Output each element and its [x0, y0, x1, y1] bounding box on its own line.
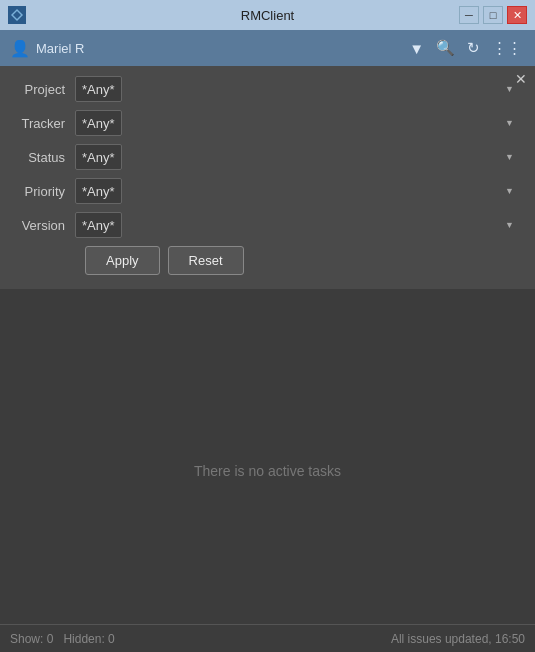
- tracker-select-wrapper: *Any*: [75, 110, 520, 136]
- filter-row-version: Version *Any*: [15, 212, 520, 238]
- status-select[interactable]: *Any*: [75, 144, 122, 170]
- filter-row-tracker: Tracker *Any*: [15, 110, 520, 136]
- status-bar: Show: 0 Hidden: 0 All issues updated, 16…: [0, 624, 535, 652]
- title-bar-left: [8, 6, 32, 24]
- app-icon: [8, 6, 26, 24]
- user-info: 👤 Mariel R: [10, 39, 84, 58]
- search-icon[interactable]: 🔍: [433, 37, 458, 59]
- version-select-wrapper: *Any*: [75, 212, 520, 238]
- username-label: Mariel R: [36, 41, 84, 56]
- header-actions: ▼ 🔍 ↻ ⋮⋮: [406, 37, 525, 59]
- title-bar: RMClient ─ □ ✕: [0, 0, 535, 30]
- filter-row-status: Status *Any*: [15, 144, 520, 170]
- reset-button[interactable]: Reset: [168, 246, 244, 275]
- status-updated: All issues updated, 16:50: [391, 632, 525, 646]
- filter-panel: ✕ Project *Any* Tracker *Any* Status *An…: [0, 66, 535, 289]
- project-label: Project: [15, 82, 75, 97]
- filter-buttons: Apply Reset: [15, 246, 520, 275]
- empty-message: There is no active tasks: [194, 463, 341, 479]
- header-bar: 👤 Mariel R ▼ 🔍 ↻ ⋮⋮: [0, 30, 535, 66]
- apply-button[interactable]: Apply: [85, 246, 160, 275]
- maximize-button[interactable]: □: [483, 6, 503, 24]
- status-hidden: Hidden: 0: [63, 632, 114, 646]
- priority-select-wrapper: *Any*: [75, 178, 520, 204]
- filter-icon[interactable]: ▼: [406, 38, 427, 59]
- status-label: Status: [15, 150, 75, 165]
- project-select-wrapper: *Any*: [75, 76, 520, 102]
- content-area: ✕ Project *Any* Tracker *Any* Status *An…: [0, 66, 535, 652]
- tracker-select[interactable]: *Any*: [75, 110, 122, 136]
- user-avatar-icon: 👤: [10, 39, 30, 58]
- project-select[interactable]: *Any*: [75, 76, 122, 102]
- minimize-button[interactable]: ─: [459, 6, 479, 24]
- priority-select[interactable]: *Any*: [75, 178, 122, 204]
- close-button[interactable]: ✕: [507, 6, 527, 24]
- status-show: Show: 0: [10, 632, 53, 646]
- version-select[interactable]: *Any*: [75, 212, 122, 238]
- status-select-wrapper: *Any*: [75, 144, 520, 170]
- window-title: RMClient: [241, 8, 294, 23]
- menu-icon[interactable]: ⋮⋮: [489, 37, 525, 59]
- window-controls: ─ □ ✕: [459, 6, 527, 24]
- main-content: There is no active tasks: [0, 289, 535, 652]
- priority-label: Priority: [15, 184, 75, 199]
- version-label: Version: [15, 218, 75, 233]
- refresh-icon[interactable]: ↻: [464, 37, 483, 59]
- status-show-hidden: Show: 0 Hidden: 0: [10, 632, 115, 646]
- tracker-label: Tracker: [15, 116, 75, 131]
- filter-row-project: Project *Any*: [15, 76, 520, 102]
- filter-row-priority: Priority *Any*: [15, 178, 520, 204]
